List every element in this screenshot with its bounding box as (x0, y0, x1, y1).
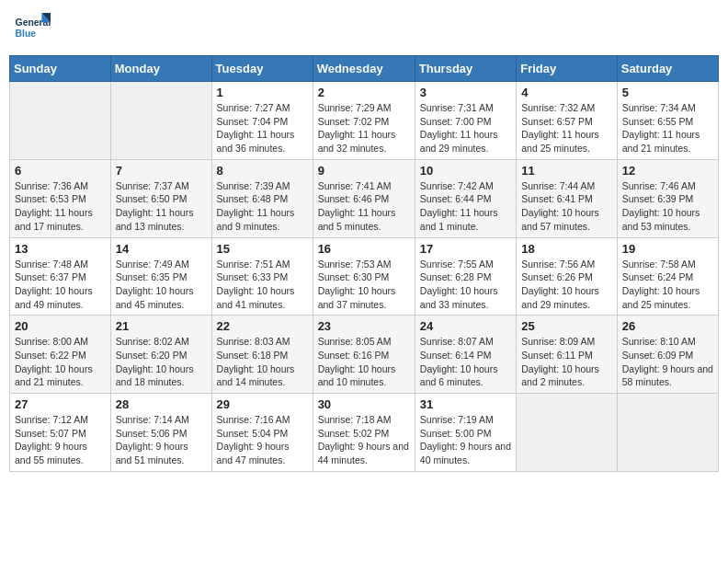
day-number: 24 (420, 319, 511, 333)
day-cell: 12Sunrise: 7:46 AMSunset: 6:39 PMDayligh… (617, 159, 718, 237)
day-info: Sunrise: 7:46 AMSunset: 6:39 PMDaylight:… (622, 179, 713, 234)
day-cell: 15Sunrise: 7:51 AMSunset: 6:33 PMDayligh… (211, 237, 313, 316)
svg-text:Blue: Blue (16, 29, 37, 39)
day-number: 7 (116, 164, 207, 178)
day-number: 15 (217, 242, 308, 256)
day-number: 6 (15, 164, 106, 178)
day-cell: 13Sunrise: 7:48 AMSunset: 6:37 PMDayligh… (10, 237, 111, 316)
day-cell: 11Sunrise: 7:44 AMSunset: 6:41 PMDayligh… (517, 159, 618, 237)
day-info: Sunrise: 7:39 AMSunset: 6:48 PMDaylight:… (217, 179, 308, 234)
day-number: 18 (521, 242, 612, 256)
day-number: 13 (15, 242, 106, 256)
day-cell: 21Sunrise: 8:02 AMSunset: 6:20 PMDayligh… (110, 316, 211, 394)
day-info: Sunrise: 7:12 AMSunset: 5:07 PMDaylight:… (15, 413, 106, 467)
day-number: 8 (217, 164, 308, 178)
day-info: Sunrise: 7:58 AMSunset: 6:24 PMDaylight:… (622, 258, 713, 312)
day-number: 26 (622, 319, 713, 333)
day-number: 25 (521, 319, 612, 333)
day-number: 9 (318, 164, 410, 178)
day-cell: 28Sunrise: 7:14 AMSunset: 5:06 PMDayligh… (110, 394, 211, 472)
day-cell: 9Sunrise: 7:41 AMSunset: 6:46 PMDaylight… (313, 159, 415, 237)
header-cell-saturday: Saturday (617, 56, 718, 82)
day-info: Sunrise: 7:32 AMSunset: 6:57 PMDaylight:… (521, 101, 612, 155)
day-info: Sunrise: 8:10 AMSunset: 6:09 PMDaylight:… (622, 335, 713, 389)
week-row-5: 27Sunrise: 7:12 AMSunset: 5:07 PMDayligh… (10, 394, 719, 472)
header-row: SundayMondayTuesdayWednesdayThursdayFrid… (10, 56, 719, 82)
day-number: 14 (116, 242, 207, 256)
day-info: Sunrise: 7:44 AMSunset: 6:41 PMDaylight:… (521, 179, 612, 234)
day-info: Sunrise: 7:36 AMSunset: 6:53 PMDaylight:… (15, 179, 106, 234)
day-info: Sunrise: 8:09 AMSunset: 6:11 PMDaylight:… (521, 335, 612, 389)
day-cell (10, 82, 111, 160)
day-info: Sunrise: 8:07 AMSunset: 6:14 PMDaylight:… (420, 335, 511, 389)
day-info: Sunrise: 7:37 AMSunset: 6:50 PMDaylight:… (116, 179, 207, 234)
day-number: 19 (622, 242, 713, 256)
day-number: 22 (217, 319, 308, 333)
day-cell: 17Sunrise: 7:55 AMSunset: 6:28 PMDayligh… (415, 237, 516, 316)
day-info: Sunrise: 7:29 AMSunset: 7:02 PMDaylight:… (318, 101, 410, 155)
day-number: 4 (521, 86, 612, 99)
header-cell-thursday: Thursday (415, 56, 516, 82)
day-cell: 25Sunrise: 8:09 AMSunset: 6:11 PMDayligh… (517, 316, 618, 394)
day-cell: 3Sunrise: 7:31 AMSunset: 7:00 PMDaylight… (415, 82, 516, 160)
day-number: 1 (217, 86, 308, 99)
day-info: Sunrise: 7:53 AMSunset: 6:30 PMDaylight:… (318, 258, 410, 312)
day-info: Sunrise: 7:41 AMSunset: 6:46 PMDaylight:… (318, 179, 410, 234)
day-cell: 14Sunrise: 7:49 AMSunset: 6:35 PMDayligh… (110, 237, 211, 316)
logo: General Blue (14, 9, 55, 46)
day-number: 27 (15, 397, 106, 411)
header-cell-friday: Friday (517, 56, 618, 82)
day-number: 21 (116, 319, 207, 333)
week-row-1: 1Sunrise: 7:27 AMSunset: 7:04 PMDaylight… (10, 82, 719, 160)
logo-icon: General Blue (14, 9, 51, 46)
day-info: Sunrise: 7:19 AMSunset: 5:00 PMDaylight:… (420, 413, 511, 467)
day-info: Sunrise: 8:03 AMSunset: 6:18 PMDaylight:… (217, 335, 308, 389)
day-cell: 7Sunrise: 7:37 AMSunset: 6:50 PMDaylight… (110, 159, 211, 237)
day-cell: 16Sunrise: 7:53 AMSunset: 6:30 PMDayligh… (313, 237, 415, 316)
day-number: 5 (622, 86, 713, 99)
day-info: Sunrise: 8:02 AMSunset: 6:20 PMDaylight:… (116, 335, 207, 389)
week-row-4: 20Sunrise: 8:00 AMSunset: 6:22 PMDayligh… (10, 316, 719, 394)
day-info: Sunrise: 7:56 AMSunset: 6:26 PMDaylight:… (521, 258, 612, 312)
day-cell: 19Sunrise: 7:58 AMSunset: 6:24 PMDayligh… (617, 237, 718, 316)
day-cell: 29Sunrise: 7:16 AMSunset: 5:04 PMDayligh… (211, 394, 313, 472)
day-info: Sunrise: 7:18 AMSunset: 5:02 PMDaylight:… (318, 413, 410, 467)
day-cell: 20Sunrise: 8:00 AMSunset: 6:22 PMDayligh… (10, 316, 111, 394)
header-cell-wednesday: Wednesday (313, 56, 415, 82)
day-number: 20 (15, 319, 106, 333)
day-info: Sunrise: 7:16 AMSunset: 5:04 PMDaylight:… (217, 413, 308, 467)
day-number: 2 (318, 86, 410, 99)
header-cell-monday: Monday (110, 56, 211, 82)
header-cell-sunday: Sunday (10, 56, 111, 82)
day-info: Sunrise: 7:51 AMSunset: 6:33 PMDaylight:… (217, 258, 308, 312)
day-cell: 30Sunrise: 7:18 AMSunset: 5:02 PMDayligh… (313, 394, 415, 472)
day-cell: 1Sunrise: 7:27 AMSunset: 7:04 PMDaylight… (211, 82, 313, 160)
day-cell: 5Sunrise: 7:34 AMSunset: 6:55 PMDaylight… (617, 82, 718, 160)
page-header: General Blue (9, 9, 719, 46)
day-number: 29 (217, 397, 308, 411)
calendar-table: SundayMondayTuesdayWednesdayThursdayFrid… (9, 55, 719, 472)
day-info: Sunrise: 7:27 AMSunset: 7:04 PMDaylight:… (217, 101, 308, 155)
day-cell: 26Sunrise: 8:10 AMSunset: 6:09 PMDayligh… (617, 316, 718, 394)
day-info: Sunrise: 7:31 AMSunset: 7:00 PMDaylight:… (420, 101, 511, 155)
day-number: 31 (420, 397, 511, 411)
day-info: Sunrise: 7:48 AMSunset: 6:37 PMDaylight:… (15, 258, 106, 312)
header-cell-tuesday: Tuesday (211, 56, 313, 82)
day-number: 10 (420, 164, 511, 178)
day-info: Sunrise: 7:34 AMSunset: 6:55 PMDaylight:… (622, 101, 713, 155)
day-cell: 31Sunrise: 7:19 AMSunset: 5:00 PMDayligh… (415, 394, 516, 472)
day-number: 11 (521, 164, 612, 178)
day-cell: 10Sunrise: 7:42 AMSunset: 6:44 PMDayligh… (415, 159, 516, 237)
week-row-3: 13Sunrise: 7:48 AMSunset: 6:37 PMDayligh… (10, 237, 719, 316)
day-cell: 27Sunrise: 7:12 AMSunset: 5:07 PMDayligh… (10, 394, 111, 472)
week-row-2: 6Sunrise: 7:36 AMSunset: 6:53 PMDaylight… (10, 159, 719, 237)
day-info: Sunrise: 7:42 AMSunset: 6:44 PMDaylight:… (420, 179, 511, 234)
day-number: 28 (116, 397, 207, 411)
day-cell: 22Sunrise: 8:03 AMSunset: 6:18 PMDayligh… (211, 316, 313, 394)
day-number: 23 (318, 319, 410, 333)
day-info: Sunrise: 7:49 AMSunset: 6:35 PMDaylight:… (116, 258, 207, 312)
day-cell (617, 394, 718, 472)
day-cell: 23Sunrise: 8:05 AMSunset: 6:16 PMDayligh… (313, 316, 415, 394)
day-number: 16 (318, 242, 410, 256)
day-info: Sunrise: 7:14 AMSunset: 5:06 PMDaylight:… (116, 413, 207, 467)
